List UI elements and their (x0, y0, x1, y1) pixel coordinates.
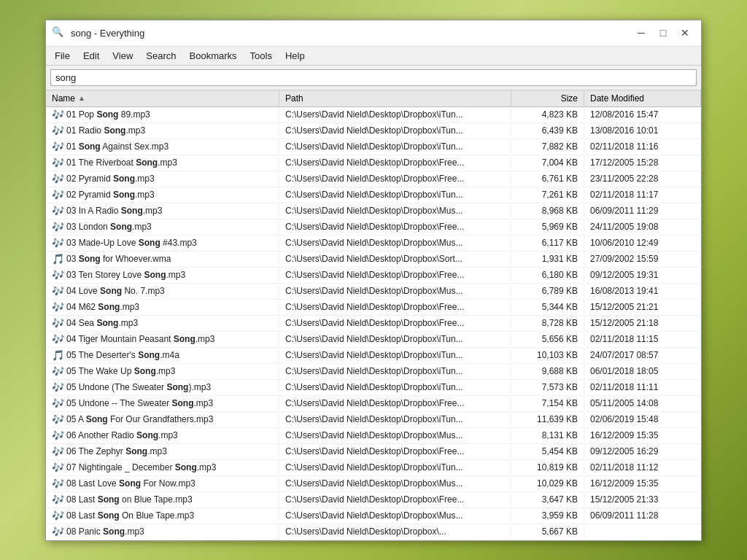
table-header: Name ▲ Path Size Date Modified (46, 90, 701, 107)
table-row[interactable]: 🎶 05 A Song For Our Grandfathers.mp3 C:\… (46, 412, 701, 428)
file-icon: 🎶 (52, 173, 63, 184)
results-table: Name ▲ Path Size Date Modified 🎶 01 Pop … (46, 90, 701, 540)
file-name: 08 Panic Song.mp3 (66, 526, 144, 537)
cell-path: C:\Users\David Nield\Desktop\Dropbox\iTu… (279, 365, 511, 378)
table-row[interactable]: 🎶 04 Sea Song.mp3 C:\Users\David Nield\D… (46, 316, 701, 332)
window-title: song - Everything (71, 28, 144, 39)
file-name: 06 The Zephyr Song.mp3 (66, 446, 167, 456)
table-row[interactable]: 🎶 06 Another Radio Song.mp3 C:\Users\Dav… (46, 428, 701, 444)
table-row[interactable]: 🎶 01 The Riverboat Song.mp3 C:\Users\Dav… (46, 155, 701, 171)
cell-size: 6,180 KB (511, 268, 584, 281)
search-bar (46, 66, 701, 90)
cell-date: 02/11/2018 11:15 (584, 332, 701, 346)
col-header-size[interactable]: Size (511, 90, 584, 106)
table-row[interactable]: 🎵 03 Song for Whoever.wma C:\Users\David… (46, 252, 701, 268)
table-row[interactable]: 🎶 08 Last Song on Blue Tape.mp3 C:\Users… (46, 492, 701, 508)
cell-name: 🎶 03 Made-Up Love Song #43.mp3 (46, 236, 279, 250)
table-row[interactable]: 🎶 03 In A Radio Song.mp3 C:\Users\David … (46, 203, 701, 219)
cell-name: 🎵 03 Song for Whoever.wma (46, 252, 279, 266)
cell-date: 10/06/2010 12:49 (584, 236, 701, 249)
table-row[interactable]: 🎵 05 The Deserter's Song.m4a C:\Users\Da… (46, 348, 701, 364)
window-controls: ─ □ ✕ (631, 24, 695, 42)
file-name: 03 Ten Storey Love Song.mp3 (66, 270, 185, 280)
table-row[interactable]: 🎶 04 M62 Song.mp3 C:\Users\David Nield\D… (46, 300, 701, 316)
menu-item-edit[interactable]: Edit (77, 48, 105, 63)
cell-size: 7,882 KB (511, 140, 584, 153)
cell-path: C:\Users\David Nield\Desktop\Dropbox\Fre… (279, 493, 511, 506)
table-row[interactable]: 🎶 05 Undone -- The Sweater Song.mp3 C:\U… (46, 396, 701, 412)
cell-size: 6,439 KB (511, 124, 584, 137)
cell-name: 🎶 05 A Song For Our Grandfathers.mp3 (46, 412, 279, 427)
cell-name: 🎶 08 Last Song on Blue Tape.mp3 (46, 492, 279, 507)
table-row[interactable]: 🎶 02 Pyramid Song.mp3 C:\Users\David Nie… (46, 171, 701, 187)
cell-name: 🎶 04 Love Song No. 7.mp3 (46, 284, 279, 298)
file-name: 02 Pyramid Song.mp3 (66, 190, 155, 200)
table-row[interactable]: 🎶 08 Last Song On Blue Tape.mp3 C:\Users… (46, 508, 701, 524)
file-name: 08 Last Song On Blue Tape.mp3 (66, 510, 194, 521)
table-row[interactable]: 🎶 03 London Song.mp3 C:\Users\David Niel… (46, 219, 701, 236)
table-row[interactable]: 🎶 08 Panic Song.mp3 C:\Users\David Nield… (46, 524, 701, 540)
file-name: 07 Nightingale _ December Song.mp3 (66, 462, 216, 472)
table-row[interactable]: 🎶 06 The Zephyr Song.mp3 C:\Users\David … (46, 444, 701, 460)
table-row[interactable]: 🎶 03 Ten Storey Love Song.mp3 C:\Users\D… (46, 268, 701, 284)
table-row[interactable]: 🎶 05 The Wake Up Song.mp3 C:\Users\David… (46, 364, 701, 380)
cell-name: 🎶 02 Pyramid Song.mp3 (46, 171, 279, 186)
table-body: 🎶 01 Pop Song 89.mp3 C:\Users\David Niel… (46, 107, 701, 540)
file-icon: 🎶 (52, 221, 63, 233)
file-name: 03 London Song.mp3 (66, 222, 152, 232)
table-row[interactable]: 🎶 01 Song Against Sex.mp3 C:\Users\David… (46, 139, 701, 155)
table-row[interactable]: 🎶 04 Tiger Mountain Peasant Song.mp3 C:\… (46, 332, 701, 348)
file-icon: 🎶 (52, 478, 63, 489)
minimize-button[interactable]: ─ (631, 24, 651, 42)
cell-date: 06/09/2011 11:28 (584, 509, 701, 522)
col-header-path[interactable]: Path (279, 90, 511, 106)
file-icon: 🎶 (52, 397, 63, 409)
cell-size: 5,344 KB (511, 300, 584, 314)
cell-name: 🎶 03 In A Radio Song.mp3 (46, 203, 279, 218)
menu-item-help[interactable]: Help (279, 48, 311, 63)
table-row[interactable]: 🎶 01 Radio Song.mp3 C:\Users\David Nield… (46, 123, 701, 139)
col-header-date[interactable]: Date Modified (584, 90, 701, 106)
cell-name: 🎶 08 Last Song On Blue Tape.mp3 (46, 508, 279, 523)
menu-item-search[interactable]: Search (140, 48, 182, 63)
table-row[interactable]: 🎶 01 Pop Song 89.mp3 C:\Users\David Niel… (46, 107, 701, 123)
file-name: 01 Pop Song 89.mp3 (66, 109, 150, 120)
cell-date: 02/11/2018 11:16 (584, 140, 701, 153)
cell-date: 23/11/2005 22:28 (584, 172, 701, 185)
cell-name: 🎶 01 Pop Song 89.mp3 (46, 107, 279, 122)
table-row[interactable]: 🎶 08 Last Love Song For Now.mp3 C:\Users… (46, 476, 701, 492)
titlebar: 🔍 song - Everything ─ □ ✕ (46, 20, 701, 47)
cell-path: C:\Users\David Nield\Desktop\Dropbox\Fre… (279, 445, 511, 458)
cell-path: C:\Users\David Nield\Desktop\Dropbox\iTu… (279, 332, 511, 346)
menu-item-view[interactable]: View (107, 48, 139, 63)
file-name: 01 Radio Song.mp3 (66, 125, 145, 136)
search-input[interactable] (50, 69, 697, 86)
menu-item-file[interactable]: File (49, 48, 76, 63)
cell-path: C:\Users\David Nield\Desktop\Dropbox\iTu… (279, 461, 511, 474)
file-icon: 🎶 (52, 526, 63, 537)
cell-name: 🎶 08 Last Love Song For Now.mp3 (46, 476, 279, 491)
file-name: 05 A Song For Our Grandfathers.mp3 (66, 414, 213, 424)
cell-date: 02/11/2018 11:17 (584, 188, 701, 201)
menu-item-tools[interactable]: Tools (244, 48, 278, 63)
cell-date: 17/12/2005 15:28 (584, 156, 701, 169)
cell-path: C:\Users\David Nield\Desktop\Dropbox\Mus… (279, 204, 511, 217)
cell-path: C:\Users\David Nield\Desktop\Dropbox\Fre… (279, 300, 511, 314)
table-row[interactable]: 🎶 02 Pyramid Song.mp3 C:\Users\David Nie… (46, 187, 701, 203)
table-row[interactable]: 🎶 05 Undone (The Sweater Song).mp3 C:\Us… (46, 380, 701, 396)
file-icon: 🎶 (52, 333, 63, 345)
cell-path: C:\Users\David Nield\Desktop\Dropbox\iTu… (279, 349, 511, 362)
table-row[interactable]: 🎶 07 Nightingale _ December Song.mp3 C:\… (46, 460, 701, 476)
table-row[interactable]: 🎶 04 Love Song No. 7.mp3 C:\Users\David … (46, 284, 701, 300)
cell-size: 10,029 KB (511, 477, 584, 490)
close-button[interactable]: ✕ (675, 24, 695, 42)
cell-path: C:\Users\David Nield\Desktop\Dropbox\Fre… (279, 172, 511, 185)
cell-size: 3,647 KB (511, 493, 584, 506)
cell-size: 7,261 KB (511, 188, 584, 201)
file-name: 04 Tiger Mountain Peasant Song.mp3 (66, 334, 214, 344)
col-header-name[interactable]: Name ▲ (46, 90, 279, 106)
maximize-button[interactable]: □ (653, 24, 673, 42)
file-icon: 🎶 (52, 413, 63, 425)
table-row[interactable]: 🎶 03 Made-Up Love Song #43.mp3 C:\Users\… (46, 236, 701, 252)
menu-item-bookmarks[interactable]: Bookmarks (184, 48, 243, 63)
